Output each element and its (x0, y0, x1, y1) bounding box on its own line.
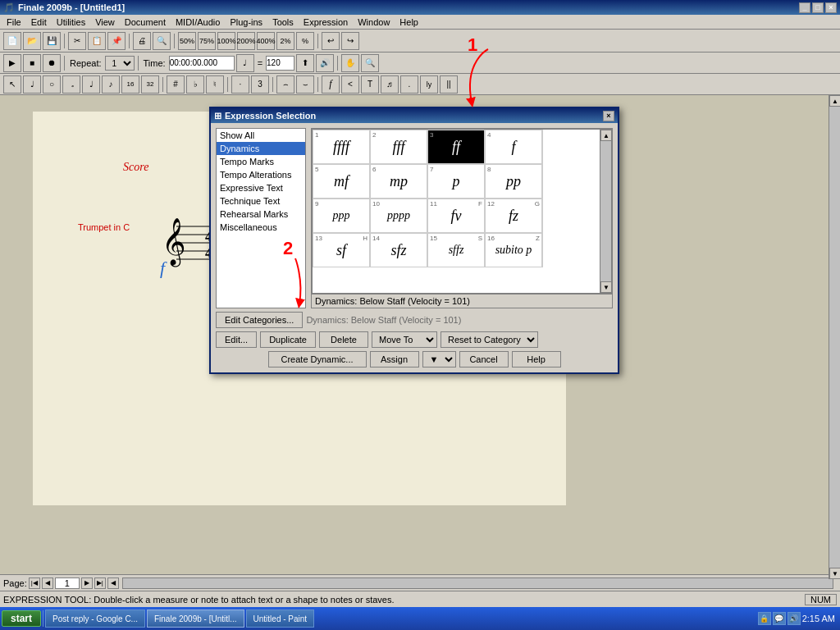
category-list[interactable]: Show All Dynamics Tempo Marks Tempo Alte… (216, 128, 306, 308)
expression-grid-container: 1 ffff 2 fff 3 ff (312, 129, 612, 294)
expr-cell-fz[interactable]: 12 G fz (485, 199, 542, 233)
dialog-body: Show All Dynamics Tempo Marks Tempo Alte… (211, 123, 618, 372)
grid-scroll-col (542, 130, 554, 164)
cat-rehearsal[interactable]: Rehearsal Marks (217, 208, 305, 221)
dialog-buttons-row3: Create Dynamic... Assign ▼ Cancel Help (216, 351, 613, 368)
expression-grid: 1 ffff 2 fff 3 ff (313, 130, 600, 267)
expr-cell-pppp[interactable]: 10 pppp (370, 199, 427, 233)
dialog-status: Dynamics: Below Staff (Velocity = 101) (312, 294, 612, 308)
dialog-title: Expression Selection (225, 111, 316, 121)
edit-categories-button[interactable]: Edit Categories... (216, 312, 303, 328)
dialog-buttons-row2: Edit... Duplicate Delete Move To Reset t… (216, 331, 613, 348)
expr-cell-sfz[interactable]: 14 sfz (370, 233, 427, 267)
cat-show-all[interactable]: Show All (217, 129, 305, 142)
dialog-icon: ⊞ (214, 111, 221, 121)
expr-cell-mp[interactable]: 6 mp (370, 164, 427, 199)
delete-button[interactable]: Delete (319, 331, 368, 348)
grid-scroll-up[interactable]: ▲ (600, 130, 612, 141)
cat-technique[interactable]: Technique Text (217, 194, 305, 208)
duplicate-button[interactable]: Duplicate (260, 331, 316, 348)
expr-cell-fff[interactable]: 2 fff (370, 130, 427, 164)
expr-cell-p[interactable]: 7 p (427, 164, 485, 199)
expr-cell-f[interactable]: 4 f (485, 130, 542, 164)
cat-dynamics[interactable]: Dynamics (217, 142, 305, 155)
expr-cell-ffff[interactable]: 1 ffff (313, 130, 370, 164)
modal-overlay: ⊞ Expression Selection × Show All Dynami… (0, 0, 840, 630)
expr-cell-fv[interactable]: 11 F fv (427, 199, 485, 233)
cat-expressive[interactable]: Expressive Text (217, 181, 305, 194)
expr-cell-sf[interactable]: 13 H sf (313, 233, 370, 267)
status-text-inline: Dynamics: Below Staff (Velocity = 101) (306, 315, 613, 325)
create-dynamic-button[interactable]: Create Dynamic... (268, 351, 367, 368)
cat-tempo-alt[interactable]: Tempo Alterations (217, 168, 305, 181)
reset-to-category-select[interactable]: Reset to Category (441, 331, 538, 348)
dialog-close-button[interactable]: × (603, 111, 614, 121)
dialog-title-bar: ⊞ Expression Selection × (211, 108, 618, 123)
cat-tempo-marks[interactable]: Tempo Marks (217, 155, 305, 168)
assign-dropdown[interactable]: ▼ (422, 351, 456, 368)
dialog-buttons-row1: Edit Categories... Dynamics: Below Staff… (216, 312, 613, 328)
expr-cell-pp[interactable]: 8 pp (485, 164, 542, 199)
assign-button[interactable]: Assign (370, 351, 419, 368)
expression-dialog: ⊞ Expression Selection × Show All Dynami… (209, 107, 619, 374)
edit-button[interactable]: Edit... (216, 331, 257, 348)
grid-scroll-track (600, 141, 611, 281)
expr-cell-ff[interactable]: 3 ff (427, 130, 485, 164)
expr-cell-ppp[interactable]: 9 ppp (313, 199, 370, 233)
cancel-button[interactable]: Cancel (459, 351, 509, 368)
move-to-select[interactable]: Move To (372, 331, 437, 348)
cat-misc[interactable]: Miscellaneous (217, 221, 305, 234)
expr-cell-mf[interactable]: 5 mf (313, 164, 370, 199)
grid-scrollbar[interactable]: ▲ ▼ (600, 130, 611, 293)
dialog-top: Show All Dynamics Tempo Marks Tempo Alte… (216, 128, 613, 308)
grid-scroll-down[interactable]: ▼ (600, 281, 612, 293)
expr-cell-sffz[interactable]: 15 S sffz (427, 233, 485, 267)
expr-cell-subito-p[interactable]: 16 Z subito p (485, 233, 542, 267)
help-button[interactable]: Help (512, 351, 561, 368)
